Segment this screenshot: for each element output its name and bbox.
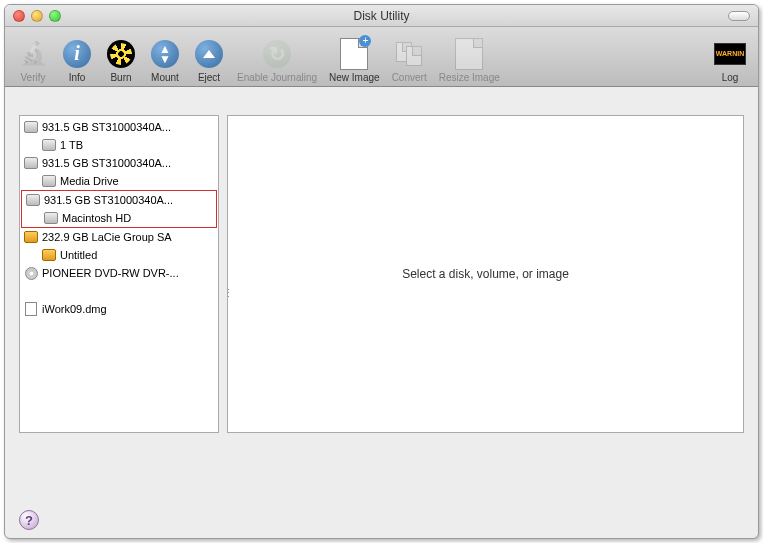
external-disk-icon — [24, 230, 38, 244]
microscope-icon: 🔬 — [17, 38, 49, 70]
splitter-handle[interactable]: ⋮ — [223, 287, 227, 297]
sidebar-volume-3[interactable]: Untitled — [20, 246, 218, 264]
volume-label: Macintosh HD — [62, 212, 131, 224]
volume-label: 1 TB — [60, 139, 83, 151]
sidebar-drive-0[interactable]: 931.5 GB ST31000340A... — [20, 118, 218, 136]
info-icon: i — [61, 38, 93, 70]
hard-disk-icon — [24, 120, 38, 134]
drive-label: PIONEER DVD-RW DVR-... — [42, 267, 179, 279]
traffic-lights — [5, 10, 61, 22]
hard-disk-icon — [44, 211, 58, 225]
new-image-button[interactable]: New Image — [323, 29, 386, 85]
disk-utility-window: Disk Utility 🔬 Verify i Info Burn ▲▼ Mou… — [4, 4, 759, 539]
minimize-button[interactable] — [31, 10, 43, 22]
dmg-icon — [24, 302, 38, 316]
sidebar-drive-1[interactable]: 931.5 GB ST31000340A... — [20, 154, 218, 172]
highlighted-drive-group: 931.5 GB ST31000340A... Macintosh HD — [21, 190, 217, 228]
window-title: Disk Utility — [5, 9, 758, 23]
detail-pane: Select a disk, volume, or image — [227, 115, 744, 433]
sidebar-drive-3[interactable]: 232.9 GB LaCie Group SA — [20, 228, 218, 246]
log-button[interactable]: WARNIN Log — [708, 29, 752, 85]
new-image-icon — [338, 38, 370, 70]
drive-label: 931.5 GB ST31000340A... — [44, 194, 173, 206]
eject-icon — [193, 38, 225, 70]
resize-image-button[interactable]: Resize Image — [433, 29, 506, 85]
optical-disk-icon — [24, 266, 38, 280]
verify-button[interactable]: 🔬 Verify — [11, 29, 55, 85]
log-icon: WARNIN — [714, 38, 746, 70]
sidebar-divider — [20, 284, 218, 298]
enable-journaling-button[interactable]: ↻ Enable Journaling — [231, 29, 323, 85]
eject-button[interactable]: Eject — [187, 29, 231, 85]
mount-icon: ▲▼ — [149, 38, 181, 70]
hard-disk-icon — [42, 174, 56, 188]
toolbar: 🔬 Verify i Info Burn ▲▼ Mount Eject ↻ En… — [5, 27, 758, 87]
hard-disk-icon — [26, 193, 40, 207]
resize-image-icon — [453, 38, 485, 70]
help-button[interactable]: ? — [19, 510, 39, 530]
burn-button[interactable]: Burn — [99, 29, 143, 85]
image-label: iWork09.dmg — [42, 303, 107, 315]
hard-disk-icon — [42, 138, 56, 152]
sidebar-volume-1[interactable]: Media Drive — [20, 172, 218, 190]
drive-label: 931.5 GB ST31000340A... — [42, 121, 171, 133]
sidebar-volume-2[interactable]: Macintosh HD — [22, 209, 216, 227]
footer: ? — [5, 502, 758, 538]
sidebar: 931.5 GB ST31000340A... 1 TB 931.5 GB ST… — [19, 115, 219, 433]
burn-icon — [105, 38, 137, 70]
sidebar-drive-2[interactable]: 931.5 GB ST31000340A... — [22, 191, 216, 209]
sidebar-volume-0[interactable]: 1 TB — [20, 136, 218, 154]
mount-button[interactable]: ▲▼ Mount — [143, 29, 187, 85]
info-button[interactable]: i Info — [55, 29, 99, 85]
volume-label: Media Drive — [60, 175, 119, 187]
drive-label: 931.5 GB ST31000340A... — [42, 157, 171, 169]
convert-button[interactable]: Convert — [386, 29, 433, 85]
volume-label: Untitled — [60, 249, 97, 261]
detail-placeholder: Select a disk, volume, or image — [402, 267, 569, 281]
titlebar: Disk Utility — [5, 5, 758, 27]
zoom-button[interactable] — [49, 10, 61, 22]
journaling-icon: ↻ — [261, 38, 293, 70]
sidebar-image-0[interactable]: iWork09.dmg — [20, 300, 218, 318]
sidebar-drive-4[interactable]: PIONEER DVD-RW DVR-... — [20, 264, 218, 282]
convert-icon — [393, 38, 425, 70]
content-body: 931.5 GB ST31000340A... 1 TB 931.5 GB ST… — [5, 87, 758, 502]
drive-label: 232.9 GB LaCie Group SA — [42, 231, 172, 243]
toolbar-toggle-button[interactable] — [728, 11, 750, 21]
close-button[interactable] — [13, 10, 25, 22]
external-disk-icon — [42, 248, 56, 262]
hard-disk-icon — [24, 156, 38, 170]
